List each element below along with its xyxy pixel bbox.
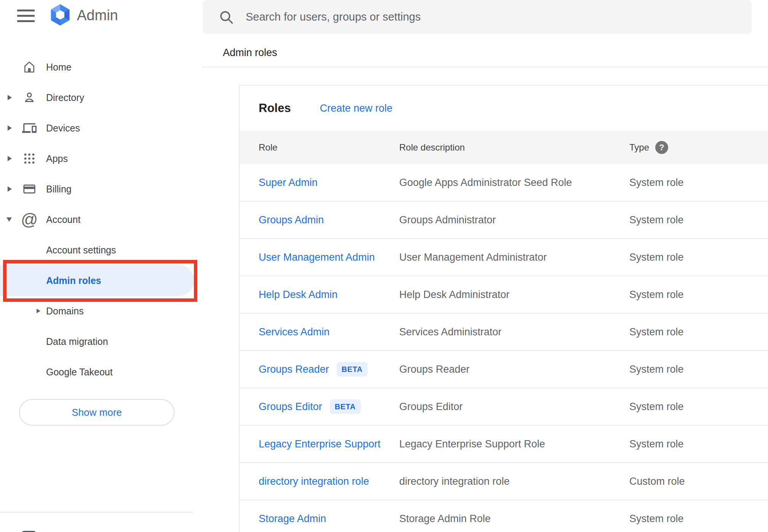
role-type: System role	[629, 438, 768, 450]
sidebar-item-label: Directory	[46, 92, 84, 103]
table-row: Super Admin Google Apps Administrator Se…	[240, 164, 768, 202]
sidebar-item-data-migration[interactable]: Data migration	[0, 326, 196, 357]
chevron-right-icon	[8, 156, 12, 161]
column-role-description: Role description	[399, 142, 629, 153]
sidebar-item-label: Home	[46, 62, 72, 73]
sidebar-item-label: Account settings	[46, 245, 116, 256]
app-title: Admin	[77, 0, 118, 30]
devices-icon	[22, 120, 37, 136]
role-type: System role	[629, 252, 768, 263]
search-icon	[218, 9, 235, 27]
sidebar-item-domains[interactable]: Domains	[0, 296, 196, 326]
sidebar-header: Admin	[0, 0, 196, 38]
at-sign-icon: @	[22, 212, 37, 227]
sidebar-item-billing[interactable]: Billing	[0, 174, 196, 204]
role-link[interactable]: directory integration role	[259, 476, 369, 487]
help-icon[interactable]: ?	[655, 141, 668, 154]
sidebar-item-label: Devices	[46, 123, 80, 134]
chevron-down-icon	[6, 218, 12, 222]
menu-icon[interactable]	[17, 10, 35, 22]
table-row: Groups Editor BETA Groups Editor System …	[240, 388, 768, 426]
role-description: directory integration role	[399, 476, 629, 487]
role-link[interactable]: Help Desk Admin	[259, 289, 338, 301]
role-description: Groups Administrator	[399, 214, 629, 226]
sidebar-nav: Home Directory Devices	[0, 52, 196, 387]
role-type: System role	[629, 513, 768, 525]
person-icon	[22, 90, 37, 105]
card-header: Roles Create new role	[240, 86, 768, 131]
beta-badge: BETA	[330, 399, 361, 414]
role-description: Services Administrator	[399, 326, 629, 338]
table-row: Services Admin Services Administrator Sy…	[240, 314, 768, 351]
apps-grid-icon	[22, 151, 37, 166]
chevron-right-icon	[8, 186, 12, 192]
column-type: Type	[629, 142, 649, 153]
sidebar-bottom-divider	[0, 512, 193, 513]
sidebar-item-directory[interactable]: Directory	[0, 82, 196, 113]
sidebar: Admin Home Directory	[0, 0, 196, 532]
sidebar-item-account[interactable]: @ Account	[0, 204, 196, 235]
table-row: User Management Admin User Management Ad…	[240, 239, 768, 276]
chevron-right-icon	[8, 95, 12, 100]
role-link[interactable]: User Management Admin	[259, 252, 375, 263]
role-type: Custom role	[629, 476, 768, 487]
home-icon	[22, 59, 37, 75]
table-header: Role Role description Type ?	[240, 131, 768, 164]
table-row: directory integration role directory int…	[240, 463, 768, 500]
table-row: Groups Reader BETA Groups Reader System …	[240, 351, 768, 388]
column-role: Role	[259, 142, 399, 153]
chevron-right-icon	[37, 309, 40, 313]
sidebar-item-label: Google Takeout	[46, 367, 113, 378]
table-row: Legacy Enterprise Support Legacy Enterpr…	[240, 426, 768, 463]
search-input[interactable]: Search for users, groups or settings	[203, 0, 752, 34]
show-more-button[interactable]: Show more	[19, 399, 174, 426]
table-row: Groups Admin Groups Administrator System…	[240, 202, 768, 239]
sidebar-item-devices[interactable]: Devices	[0, 113, 196, 143]
sidebar-item-label: Data migration	[46, 336, 108, 347]
sidebar-item-label: Apps	[46, 153, 68, 164]
billing-card-icon	[22, 181, 37, 197]
sidebar-item-admin-roles[interactable]: Admin roles	[0, 265, 196, 296]
role-type: System role	[629, 401, 768, 413]
card-title: Roles	[259, 101, 291, 115]
chevron-right-icon	[8, 125, 12, 131]
role-link[interactable]: Storage Admin	[259, 513, 326, 525]
roles-card: Roles Create new role Role Role descript…	[239, 85, 768, 532]
role-link[interactable]: Legacy Enterprise Support	[259, 438, 381, 450]
role-description: Groups Reader	[399, 364, 629, 375]
sidebar-item-label: Billing	[46, 184, 72, 195]
role-description: Groups Editor	[399, 401, 629, 413]
role-description: Legacy Enterprise Support Role	[399, 438, 629, 450]
sidebar-item-label: Domains	[46, 306, 84, 317]
sidebar-item-label: Account	[46, 214, 80, 225]
breadcrumb: Admin roles	[223, 43, 277, 62]
role-type: System role	[629, 364, 768, 375]
search-placeholder: Search for users, groups or settings	[246, 0, 421, 34]
role-description: Google Apps Administrator Seed Role	[399, 177, 629, 189]
table-row: Storage Admin Storage Admin Role System …	[240, 500, 768, 532]
sidebar-item-apps[interactable]: Apps	[0, 143, 196, 174]
sidebar-item-label: Admin roles	[46, 275, 101, 286]
role-link[interactable]: Super Admin	[259, 177, 318, 189]
role-link[interactable]: Groups Admin	[259, 214, 324, 226]
role-type: System role	[629, 214, 768, 226]
sidebar-item-home[interactable]: Home	[0, 52, 196, 82]
role-type: System role	[629, 289, 768, 301]
sidebar-item-account-settings[interactable]: Account settings	[0, 235, 196, 265]
role-description: User Management Administrator	[399, 252, 629, 263]
header-divider	[202, 67, 768, 67]
create-new-role-link[interactable]: Create new role	[320, 103, 392, 114]
role-type: System role	[629, 326, 768, 338]
role-link[interactable]: Groups Editor	[259, 401, 322, 413]
role-link[interactable]: Services Admin	[259, 326, 330, 338]
role-description: Storage Admin Role	[399, 513, 629, 525]
beta-badge: BETA	[337, 362, 368, 377]
sidebar-item-google-takeout[interactable]: Google Takeout	[0, 357, 196, 387]
role-description: Help Desk Administrator	[399, 289, 629, 301]
admin-logo-icon	[48, 3, 72, 27]
role-type: System role	[629, 177, 768, 189]
role-link[interactable]: Groups Reader	[259, 364, 329, 375]
table-row: Help Desk Admin Help Desk Administrator …	[240, 276, 768, 314]
